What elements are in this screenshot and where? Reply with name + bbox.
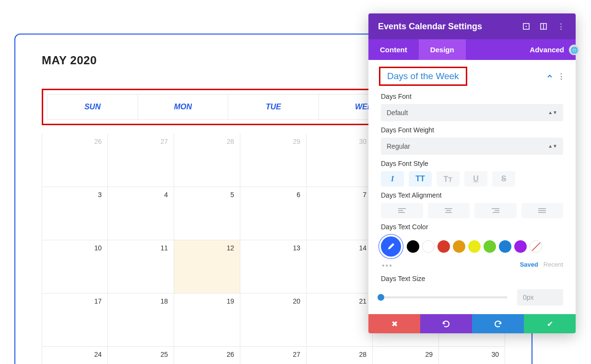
slider-thumb[interactable] [378, 294, 384, 301]
panel-body[interactable]: Days of the Week ⋮ Days Font Default ▲▼ … [368, 60, 576, 314]
style-strike-button[interactable]: S [492, 171, 515, 187]
calendar-cell[interactable]: 28 [174, 134, 240, 187]
calendar-cell[interactable]: 5 [174, 187, 240, 240]
calendar-cell[interactable]: 21 [307, 294, 373, 347]
calendar-date: 17 [94, 297, 102, 305]
select-arrows-icon: ▲▼ [548, 111, 557, 114]
color-black[interactable] [407, 240, 419, 253]
undo-button[interactable] [420, 314, 472, 333]
calendar-date: 3 [98, 191, 102, 199]
style-italic-button[interactable]: I [381, 171, 404, 187]
calendar-date: 27 [293, 351, 300, 358]
color-none[interactable] [530, 240, 542, 253]
calendar-cell[interactable]: 7 [307, 187, 373, 240]
color-blue[interactable] [499, 240, 511, 253]
calendar-date: 5 [230, 191, 234, 199]
align-justify-button[interactable] [521, 203, 564, 218]
recent-colors-link[interactable]: Recent [544, 261, 563, 268]
panel-header: Events Calendar Settings ⋮ [368, 13, 576, 39]
close-button[interactable]: ✖ [368, 314, 420, 333]
day-header-sun: SUN [47, 94, 138, 120]
calendar-date: 24 [94, 351, 102, 358]
saved-colors-link[interactable]: Saved [520, 261, 538, 268]
calendar-cell[interactable]: 29 [373, 347, 439, 364]
calendar-cell[interactable]: 11 [108, 240, 174, 294]
calendar-cell[interactable]: 19 [174, 294, 240, 347]
save-button[interactable]: ✔ [524, 314, 576, 333]
select-days-font-value: Default [387, 109, 408, 117]
calendar-cell[interactable]: 6 [240, 187, 307, 240]
calendar-cell[interactable]: 4 [108, 187, 174, 240]
expand-icon[interactable] [521, 21, 532, 32]
collapse-icon[interactable] [547, 73, 553, 79]
field-days-font-style: Days Font Style I TT Tᴛ U S [368, 155, 576, 187]
label-days-text-color: Days Text Color [381, 223, 563, 231]
calendar-date: 20 [293, 297, 300, 305]
section-kebab-icon[interactable]: ⋮ [557, 72, 565, 81]
calendar-date: 28 [226, 138, 234, 145]
calendar-cell[interactable]: 27 [240, 347, 307, 364]
color-yellow[interactable] [468, 240, 481, 253]
calendar-cell[interactable]: 30 [439, 347, 505, 364]
calendar-date: 26 [226, 351, 234, 358]
color-purple[interactable] [514, 240, 527, 253]
calendar-date: 11 [160, 244, 168, 252]
calendar-date: 12 [226, 244, 234, 252]
align-left-button[interactable] [381, 203, 423, 218]
section-title[interactable]: Days of the Week [387, 71, 459, 82]
align-right-button[interactable] [474, 203, 517, 218]
more-colors-icon[interactable]: ••• [381, 258, 393, 270]
calendar-cell[interactable]: 26 [42, 134, 108, 187]
globe-icon[interactable]: 🌐 [569, 45, 579, 55]
style-uppercase-button[interactable]: TT [409, 171, 432, 187]
day-header-tue: TUE [228, 94, 319, 120]
align-center-button[interactable] [428, 203, 470, 218]
calendar-cell[interactable]: 17 [42, 294, 108, 347]
columns-icon[interactable] [538, 21, 549, 32]
calendar-date: 19 [226, 297, 234, 305]
calendar-date: 30 [359, 138, 366, 145]
calendar-cell[interactable]: 28 [307, 347, 373, 364]
day-header-mon: MON [138, 94, 229, 120]
calendar-date: 27 [160, 138, 168, 145]
kebab-menu-icon[interactable]: ⋮ [556, 21, 566, 32]
svg-point-1 [526, 26, 527, 27]
color-green[interactable] [484, 240, 496, 253]
text-size-input[interactable] [517, 289, 563, 305]
calendar-cell[interactable]: 3 [42, 187, 108, 240]
color-picker-button[interactable] [381, 236, 401, 257]
calendar-cell[interactable]: 24 [42, 347, 108, 364]
select-days-font[interactable]: Default ▲▼ [381, 104, 563, 121]
calendar-date: 26 [94, 138, 102, 145]
color-orange[interactable] [453, 240, 465, 253]
calendar-cell[interactable]: 12 [174, 240, 240, 294]
tab-advanced[interactable]: Advanced [518, 39, 576, 60]
calendar-date: 7 [363, 191, 366, 199]
style-underline-button[interactable]: U [464, 171, 487, 187]
select-days-font-weight-value: Regular [387, 142, 410, 150]
calendar-cell[interactable]: 30 [307, 134, 373, 187]
calendar-cell[interactable]: 29 [240, 134, 307, 187]
calendar-cell[interactable]: 14 [307, 240, 373, 294]
redo-button[interactable] [472, 314, 524, 333]
calendar-cell[interactable]: 13 [240, 240, 307, 294]
field-days-font-weight: Days Font Weight Regular ▲▼ [368, 121, 576, 155]
calendar-cell[interactable]: 18 [108, 294, 174, 347]
calendar-date: 14 [359, 244, 366, 252]
color-white[interactable] [422, 240, 435, 253]
color-red[interactable] [437, 240, 450, 253]
section-header: Days of the Week ⋮ [368, 60, 576, 88]
calendar-date: 25 [160, 351, 168, 358]
text-size-slider[interactable] [381, 296, 508, 298]
calendar-cell[interactable]: 26 [174, 347, 240, 364]
panel-title: Events Calendar Settings [378, 22, 514, 32]
calendar-date: 21 [359, 297, 366, 305]
tab-content[interactable]: Content [368, 39, 419, 60]
style-smallcaps-button[interactable]: Tᴛ [437, 171, 460, 187]
calendar-cell[interactable]: 10 [42, 240, 108, 294]
calendar-cell[interactable]: 27 [108, 134, 174, 187]
tab-design[interactable]: Design [419, 39, 466, 60]
calendar-cell[interactable]: 20 [240, 294, 307, 347]
calendar-cell[interactable]: 25 [108, 347, 174, 364]
select-days-font-weight[interactable]: Regular ▲▼ [381, 138, 563, 155]
